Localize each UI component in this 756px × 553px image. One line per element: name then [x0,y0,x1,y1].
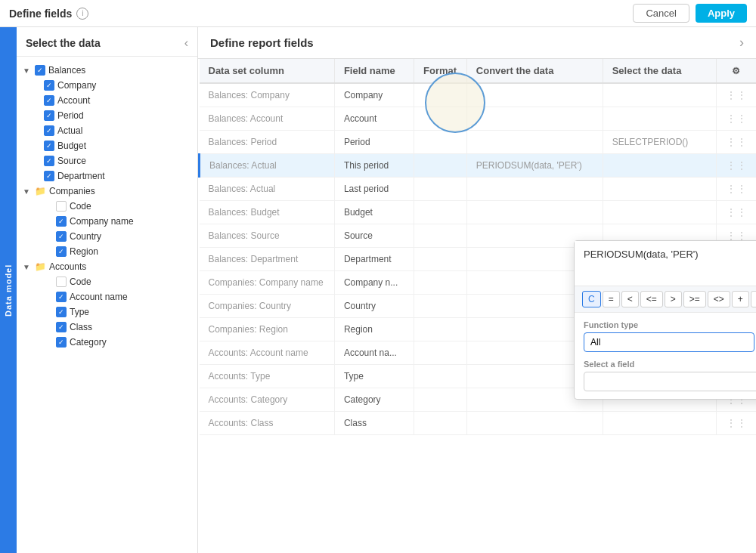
checkbox-icon[interactable]: ✓ [56,322,67,332]
drag-handle-icon[interactable]: ⋮⋮ [726,417,747,429]
select-field-section: Select a field [575,360,756,399]
table-row[interactable]: Balances: BudgetBudget⋮⋮ [200,201,757,224]
drag-col[interactable]: ⋮⋮ [716,154,756,178]
tree-item-companies[interactable]: ▼📁Companies [17,184,197,199]
tree-item-account[interactable]: ✓Account [17,93,197,108]
table-row[interactable]: Balances: AccountAccount⋮⋮ [200,107,757,131]
drag-col[interactable]: ⋮⋮ [716,201,756,224]
operator-button[interactable]: C [582,291,601,307]
top-bar: Define fields i Cancel Apply [0,0,756,27]
tree-item-period[interactable]: ✓Period [17,108,197,123]
tree-item-code2[interactable]: Code [17,274,197,289]
table-row[interactable]: Accounts: ClassClass⋮⋮ [200,412,757,435]
field-col: Period [334,131,414,154]
operator-button[interactable]: <= [640,291,663,307]
tree-item-label: Department [57,171,105,181]
operator-button[interactable]: > [665,291,682,307]
tree-item-label: Country [70,231,101,242]
page-title: Define fields [9,8,72,20]
table-row[interactable]: Balances: PeriodPeriodSELECTPERIOD()⋮⋮ [200,131,757,154]
checkbox-icon[interactable]: ✓ [56,307,67,317]
operator-button[interactable]: - [751,291,756,307]
field-col: Last period [334,178,414,201]
function-type-select[interactable]: All [584,332,754,352]
drag-handle-icon[interactable]: ⋮⋮ [726,183,747,195]
tree-item-balances[interactable]: ▼✓Balances [17,63,197,78]
format-col [414,341,467,365]
tree-item-budget[interactable]: ✓Budget [17,138,197,153]
table-row[interactable]: Balances: ActualLast period⋮⋮ [200,178,757,201]
format-col [414,248,467,271]
top-bar-actions: Cancel Apply [633,4,747,23]
drag-col[interactable]: ⋮⋮ [716,412,756,435]
checkbox-icon[interactable]: ✓ [44,110,54,121]
tree-item-country[interactable]: ✓Country [17,229,197,244]
operator-button[interactable]: < [621,291,639,307]
checkbox-icon[interactable]: ✓ [44,125,54,136]
tree-item-category[interactable]: ✓Category [17,335,197,350]
format-col [414,318,467,341]
drag-handle-icon[interactable]: ⋮⋮ [726,89,747,101]
tree-item-type[interactable]: ✓Type [17,304,197,320]
checkbox-icon[interactable]: ✓ [56,231,67,242]
col-settings[interactable]: ⚙ [716,59,756,83]
tree-item-department[interactable]: ✓Department [17,168,197,184]
table-row[interactable]: Balances: ActualThis periodPERIODSUM(dat… [200,154,757,178]
left-panel: Select the data ‹ ▼✓Balances✓Company✓Acc… [17,27,198,553]
tree-item-class[interactable]: ✓Class [17,320,197,335]
tree-item-accountname[interactable]: ✓Account name [17,289,197,304]
cancel-button[interactable]: Cancel [633,4,689,23]
checkbox-icon[interactable]: ✓ [44,171,54,181]
operator-button[interactable]: <> [708,291,730,307]
chevron-icon: ▼ [23,263,32,271]
apply-button[interactable]: Apply [696,4,747,23]
table-row[interactable]: Balances: CompanyCompany⋮⋮ [200,83,757,107]
checkbox-icon[interactable]: ✓ [44,95,54,106]
operator-button[interactable]: + [732,291,749,307]
operator-button[interactable]: = [603,291,620,307]
checkbox-icon[interactable]: ✓ [44,156,54,166]
tree-item-company[interactable]: ✓Company [17,78,197,93]
tree-item-accounts[interactable]: ▼📁Accounts [17,259,197,274]
info-icon[interactable]: i [76,8,88,20]
checkbox-icon[interactable]: ✓ [35,65,45,76]
field-col: Budget [334,201,414,224]
field-col: Company [334,83,414,107]
operator-button[interactable]: >= [683,291,706,307]
tree-item-label: Actual [57,125,82,136]
collapse-icon[interactable]: ‹ [184,36,188,50]
checkbox-icon[interactable]: ✓ [44,80,54,91]
checkbox-icon[interactable]: ✓ [56,337,67,348]
format-col [414,365,467,388]
drag-col[interactable]: ⋮⋮ [716,178,756,201]
drag-handle-icon[interactable]: ⋮⋮ [726,136,747,148]
drag-handle-icon[interactable]: ⋮⋮ [726,206,747,218]
select-field-input[interactable] [584,372,756,391]
checkbox-icon[interactable]: ✓ [56,246,67,257]
formula-operators: C=<<=>>=<>+-*/,.()data [575,286,756,313]
checkbox-icon[interactable]: ✓ [56,216,67,227]
drag-handle-icon[interactable]: ⋮⋮ [726,159,747,171]
formula-text[interactable]: PERIODSUM(data, 'PER') [575,241,756,286]
drag-col[interactable]: ⋮⋮ [716,107,756,131]
data-model-tab[interactable]: Data model [0,27,17,553]
convert-col [466,107,603,131]
tree-item-code1[interactable]: Code [17,199,197,214]
folder-icon: 📁 [35,261,46,272]
tree-item-source[interactable]: ✓Source [17,153,197,168]
drag-col[interactable]: ⋮⋮ [716,83,756,107]
tree-item-actual[interactable]: ✓Actual [17,123,197,138]
checkbox-icon[interactable]: ✓ [44,141,54,151]
tree-item-label: Region [70,246,98,257]
tree-item-label: Period [57,110,84,121]
dataset-col: Balances: Source [200,224,335,248]
checkbox-icon[interactable]: ✓ [56,292,67,302]
checkbox-icon[interactable] [56,201,67,212]
checkbox-icon[interactable] [56,276,67,287]
tree-item-region[interactable]: ✓Region [17,244,197,259]
tree-item-companyname[interactable]: ✓Company name [17,214,197,229]
drag-col[interactable]: ⋮⋮ [716,131,756,154]
nav-right-arrow[interactable]: › [739,35,744,51]
field-col: Company n... [334,271,414,295]
drag-handle-icon[interactable]: ⋮⋮ [726,113,747,125]
